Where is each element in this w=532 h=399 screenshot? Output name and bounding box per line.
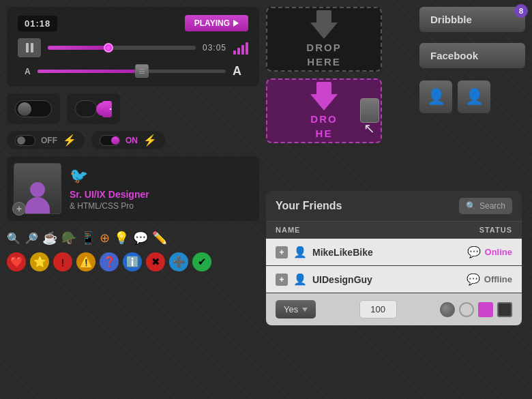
avatar-head: [30, 182, 45, 197]
avatar-buttons-row: 👤 👤: [419, 80, 525, 113]
color-square-dark[interactable]: [497, 302, 512, 317]
avatar-active-icon: 👤: [427, 88, 445, 106]
profile-title: Sr. UI/IX Designer: [70, 189, 252, 200]
pause-bar-right: [31, 43, 33, 53]
drop-arrow-2: [310, 94, 338, 110]
question-icon[interactable]: ❓: [100, 252, 119, 271]
playing-button[interactable]: PLAYING: [185, 15, 248, 31]
col-status-header: STATUS: [479, 226, 512, 234]
font-size-large-label: A: [233, 64, 241, 78]
on-lightning: ⚡: [143, 134, 157, 147]
heart-icon[interactable]: ❤️: [7, 252, 26, 271]
star-icon[interactable]: ⭐: [30, 252, 49, 271]
check-icon[interactable]: ✔: [192, 252, 211, 271]
col-name-header: NAME: [276, 226, 300, 234]
search-box[interactable]: 🔍 Search: [459, 198, 512, 214]
radio-group: [440, 302, 512, 317]
add-friend-0-button[interactable]: +: [276, 246, 288, 258]
off-toggle[interactable]: OFF ⚡: [7, 131, 85, 149]
friends-header: Your Friends 🔍 Search: [266, 191, 522, 221]
toggle-on-knob: [96, 102, 110, 116]
profile-info: 🐦 Sr. UI/IX Designer & HTML/CSS Pro: [70, 167, 252, 211]
profile-card: + 🐦 Sr. UI/IX Designer & HTML/CSS Pro: [7, 156, 259, 221]
add-profile-button[interactable]: +: [12, 202, 26, 216]
dribbble-button[interactable]: Dribbble: [419, 7, 525, 32]
friend-name-1: UIDesignGuy: [312, 274, 372, 285]
font-size-slider[interactable]: [38, 70, 226, 73]
colored-icons-row: ❤️ ⭐ ! ⚠️ ❓ ℹ️ ✖ ➕ ✔: [7, 252, 259, 271]
search-icon: 🔍: [466, 201, 476, 211]
number-input[interactable]: [359, 300, 397, 319]
current-time: 01:18: [18, 16, 57, 31]
drop-arrow-container-2: [310, 82, 338, 110]
friends-footer: Yes: [266, 293, 522, 325]
toggle-group-1: [7, 93, 60, 124]
off-lightning: ⚡: [63, 134, 76, 147]
hat-icon[interactable]: 🪖: [61, 231, 76, 246]
vol-bar-3: [241, 45, 244, 55]
progress-thumb[interactable]: [104, 43, 113, 53]
avatar-button-inactive[interactable]: 👤: [458, 80, 490, 113]
vol-bar-4: [246, 42, 248, 55]
warning-icon[interactable]: ⚠️: [76, 252, 95, 271]
drop-zone-2[interactable]: DRO HE ↖: [266, 78, 382, 143]
vol-bar-1: [233, 50, 236, 55]
bulb-icon[interactable]: 💡: [114, 231, 129, 246]
add-friend-1-button[interactable]: +: [276, 274, 288, 286]
facebook-button[interactable]: Facebook: [419, 43, 525, 68]
dropdown-arrow-icon: [302, 308, 308, 312]
on-label: ON: [125, 136, 138, 145]
friend-left-1: + 👤 UIDesignGuy: [276, 273, 372, 286]
friend-name-0: MikeLikeBike: [312, 247, 373, 258]
total-time: 03:05: [203, 43, 226, 53]
pencil-icon[interactable]: ✏️: [152, 231, 167, 246]
drop-arrow-container-1: [310, 10, 338, 39]
friend-avatar-offline-icon: 👤: [293, 273, 307, 286]
drop-zone-1[interactable]: DROP HERE: [266, 7, 382, 72]
play-icon: [233, 20, 239, 27]
radio-outline-button[interactable]: [459, 302, 474, 317]
friend-status-text-1: Offline: [484, 274, 512, 284]
add-icon[interactable]: ⊕: [100, 231, 110, 246]
cross-icon[interactable]: ✖: [146, 252, 165, 271]
progress-track[interactable]: [48, 46, 196, 50]
slider-fill: [38, 70, 141, 73]
friend-status-1: 💬 Offline: [467, 273, 512, 286]
drop-text-1: DROP: [306, 42, 341, 53]
slider-thumb[interactable]: [135, 64, 149, 78]
gray-overlay-box: [360, 98, 379, 123]
toggle-on-track[interactable]: [75, 100, 97, 117]
toggle-group-2: [67, 93, 120, 124]
toggle-off-track[interactable]: [15, 100, 52, 117]
mug-icon[interactable]: ☕: [42, 231, 57, 246]
search-placeholder: Search: [479, 201, 505, 211]
drop-label-1b: HERE: [307, 56, 341, 68]
off-knob: [17, 136, 25, 145]
volume-indicator: [233, 41, 248, 55]
on-toggle[interactable]: ON ⚡: [91, 131, 165, 149]
radio-filled-button[interactable]: [440, 302, 455, 317]
friends-table-header: NAME STATUS: [266, 221, 522, 239]
friend-left-0: + 👤 MikeLikeBike: [276, 246, 373, 258]
pause-button[interactable]: [18, 38, 41, 57]
avatar-inactive-icon: 👤: [465, 88, 484, 106]
plus-icon[interactable]: ➕: [169, 252, 188, 271]
avatar-figure: [25, 182, 50, 213]
thumb-grip: [139, 69, 145, 74]
friend-status-0: 💬 Online: [467, 246, 512, 258]
progress-fill: [48, 46, 107, 50]
zoom-in-icon[interactable]: 🔍: [7, 232, 20, 245]
avatar-button-active[interactable]: 👤: [419, 80, 452, 113]
exclaim-icon[interactable]: !: [53, 252, 72, 271]
off-switch: [15, 135, 35, 146]
drop-arrow-top-2: [316, 82, 331, 94]
yes-dropdown[interactable]: Yes: [276, 300, 316, 319]
phone-icon[interactable]: 📱: [80, 231, 95, 246]
pause-bar-left: [26, 43, 29, 53]
color-square-purple[interactable]: [478, 302, 493, 317]
drop-arrow-top-1: [316, 10, 331, 23]
zoom-out-icon[interactable]: 🔍: [25, 232, 38, 245]
info-icon[interactable]: ℹ️: [123, 252, 142, 271]
chat-icon[interactable]: 💬: [133, 231, 148, 246]
font-size-small-label: A: [25, 67, 31, 76]
